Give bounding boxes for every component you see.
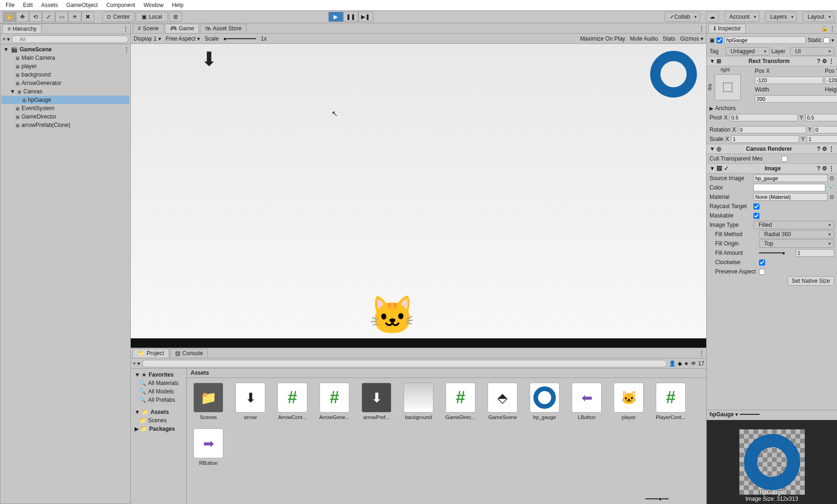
hierarchy-menu-icon[interactable]: ⋮	[123, 26, 128, 32]
maskable-checkbox[interactable]	[753, 213, 759, 219]
material-field[interactable]	[753, 193, 828, 201]
display-dropdown[interactable]: Display 1 ▾	[134, 35, 161, 42]
play-button[interactable]: ▶	[328, 12, 343, 22]
project-search[interactable]	[142, 360, 667, 367]
image-type-dropdown[interactable]: Filled	[753, 221, 834, 229]
asset-item[interactable]: #ArrowGene...	[318, 383, 351, 420]
project-create-dropdown[interactable]: + ▾	[133, 360, 140, 367]
hierarchy-tab[interactable]: ≡ Hierarchy	[2, 24, 42, 33]
asset-folder[interactable]: 📁Scenes	[192, 383, 225, 420]
asset-item[interactable]: ⬅LButton	[570, 383, 603, 420]
asset-store-tab[interactable]: 🛍 Asset Store	[200, 24, 247, 33]
layout-dropdown[interactable]: Layout	[802, 12, 834, 22]
view-menu-icon[interactable]: ⋮	[699, 25, 704, 32]
rect-transform-header[interactable]: ▼ ⊞ Rect Transform ? ⚙ ⋮	[707, 56, 837, 66]
hierarchy-item[interactable]: arrowPrefab(Clone)	[1, 121, 129, 129]
custom-tool[interactable]: ✖	[81, 12, 94, 22]
menu-window[interactable]: Window	[140, 1, 167, 9]
asset-item[interactable]: hp_gauge	[528, 383, 561, 420]
menu-gameobject[interactable]: GameObject	[63, 1, 101, 9]
menu-file[interactable]: File	[2, 1, 18, 9]
hierarchy-item[interactable]: Main Camera	[1, 54, 129, 62]
hierarchy-item[interactable]: ArrowGenerator	[1, 79, 129, 87]
hierarchy-item-canvas[interactable]: ▼Canvas	[1, 87, 129, 96]
fav-item[interactable]: 🔍 All Models	[133, 387, 184, 396]
canvas-renderer-header[interactable]: ▼ ◎ Canvas Renderer ? ⚙ ⋮	[707, 144, 837, 154]
menu-component[interactable]: Component	[102, 1, 139, 9]
scale-slider[interactable]: ●━━━━━━━━━	[223, 35, 256, 42]
fill-amount-slider[interactable]: ━━━━━━━●	[759, 250, 794, 256]
rotate-tool[interactable]: ⟲	[29, 12, 42, 22]
hand-tool[interactable]: ✋	[3, 12, 16, 22]
folder-item[interactable]: 📁 Scenes	[133, 416, 184, 425]
source-image-field[interactable]	[753, 175, 828, 182]
aspect-dropdown[interactable]: Free Aspect ▾	[166, 35, 200, 42]
hierarchy-item[interactable]: player	[1, 62, 129, 70]
inspector-tab[interactable]: ℹ Inspector	[709, 24, 746, 33]
image-header[interactable]: ▼ 🖼 ✓ Image ? ⚙ ⋮	[707, 163, 837, 174]
scale-tool[interactable]: ⤢	[42, 12, 55, 22]
asset-item[interactable]: background	[402, 383, 435, 420]
asset-item[interactable]: #PlayerCont...	[654, 383, 688, 420]
scene-row[interactable]: ▼🎬 GameScene⋮	[1, 45, 129, 54]
asset-item[interactable]: ⬘GameScene	[486, 383, 519, 420]
static-checkbox[interactable]	[823, 37, 830, 43]
project-tab[interactable]: 📁 Project	[133, 349, 169, 357]
search-filter-icon[interactable]: 👤	[669, 360, 676, 367]
project-menu-icon[interactable]: ⋮	[699, 350, 704, 357]
tag-dropdown[interactable]: Untagged	[725, 47, 770, 56]
assets-header[interactable]: ▼ 📁 Assets	[133, 408, 184, 416]
local-global-toggle[interactable]: ▣ Local	[135, 12, 168, 22]
eyedropper-icon[interactable]: 💉	[827, 184, 834, 191]
create-dropdown[interactable]: + ▾	[2, 36, 10, 42]
hidden-count[interactable]: 👁 17	[691, 360, 704, 367]
clockwise-checkbox[interactable]	[759, 259, 765, 266]
posx-field[interactable]	[755, 77, 823, 84]
pause-button[interactable]: ❚❚	[343, 12, 358, 22]
rot-y[interactable]	[814, 126, 837, 133]
raycast-checkbox[interactable]	[753, 203, 759, 210]
hierarchy-item[interactable]: EventSystem	[1, 104, 129, 112]
account-dropdown[interactable]: Account	[724, 12, 759, 22]
asset-item[interactable]: ⬇arrowPref...	[360, 383, 393, 420]
fill-origin-dropdown[interactable]: Top	[759, 239, 834, 248]
stats-toggle[interactable]: Stats	[663, 35, 675, 42]
active-checkbox[interactable]	[716, 37, 723, 43]
color-swatch[interactable]	[753, 184, 825, 191]
preserve-aspect-checkbox[interactable]	[759, 269, 765, 275]
posy-field[interactable]	[825, 77, 837, 84]
hierarchy-item-hpgauge[interactable]: hpGauge	[1, 96, 129, 104]
transform-tool[interactable]: ✳	[68, 12, 81, 22]
rect-tool[interactable]: ▭	[55, 12, 68, 22]
preview-header[interactable]: hpGauge ▾ ━━━━━━	[707, 410, 837, 420]
scale-x[interactable]	[731, 135, 799, 143]
fill-amount-field[interactable]	[796, 249, 835, 257]
favorites-header[interactable]: ▼ ★ Favorites	[133, 371, 184, 379]
object-picker-icon[interactable]: ⊙	[830, 194, 834, 200]
game-tab[interactable]: 🎮 Game	[165, 24, 199, 33]
snap-toggle[interactable]: ⊞	[169, 12, 182, 22]
menu-assets[interactable]: Assets	[37, 1, 62, 9]
width-field[interactable]	[755, 95, 837, 103]
pivot-center-toggle[interactable]: ⊙ Center	[102, 12, 135, 22]
pivot-y[interactable]	[805, 114, 837, 121]
hierarchy-item[interactable]: background	[1, 70, 129, 79]
layer-dropdown[interactable]: UI	[790, 47, 835, 56]
search-label-icon[interactable]: ★	[684, 360, 689, 367]
fill-method-dropdown[interactable]: Radial 360	[759, 230, 834, 238]
asset-item[interactable]: #GameDirec...	[444, 383, 477, 420]
search-type-icon[interactable]: ◆	[678, 360, 682, 367]
mute-audio[interactable]: Mute Audio	[630, 35, 658, 42]
cull-checkbox[interactable]	[781, 156, 787, 162]
menu-help[interactable]: Help	[168, 1, 187, 9]
fav-item[interactable]: 🔍 All Materials	[133, 379, 184, 387]
anchor-preset-button[interactable]	[715, 74, 741, 100]
pivot-x[interactable]	[730, 114, 798, 121]
asset-item[interactable]: 🐱player	[612, 383, 645, 420]
maximize-on-play[interactable]: Maximize On Play	[580, 35, 625, 42]
breadcrumb[interactable]: Assets	[187, 369, 706, 378]
collab-dropdown[interactable]: ✓ Collab	[665, 12, 700, 22]
move-tool[interactable]: ✥	[16, 12, 29, 22]
fav-item[interactable]: 🔍 All Prefabs	[133, 396, 184, 404]
scale-y[interactable]	[807, 135, 837, 143]
